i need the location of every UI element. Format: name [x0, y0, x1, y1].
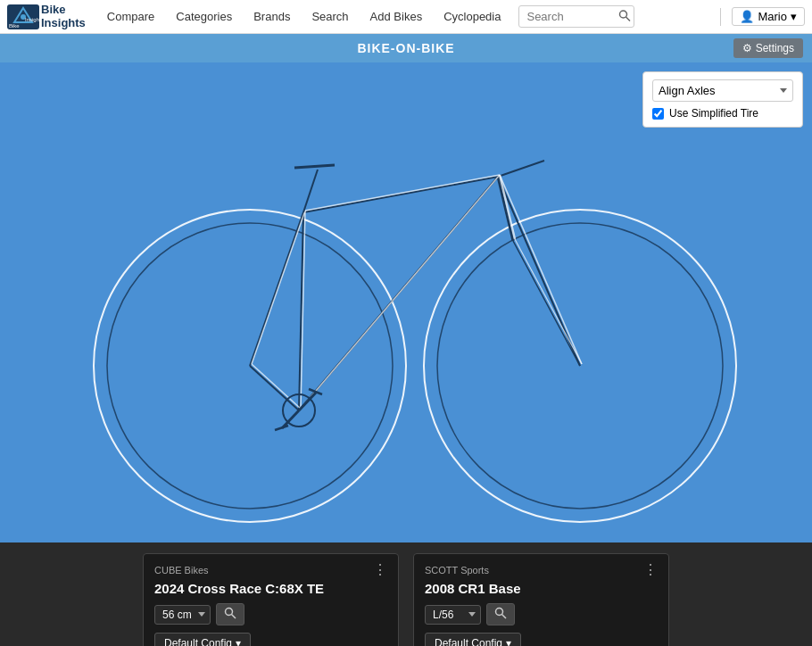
bike-1-brand: CUBE Bikes	[154, 565, 209, 576]
bottom-panel: CUBE Bikes ⋮ 2024 Cross Race C:68X TE 50…	[0, 542, 812, 646]
nav-categories[interactable]: Categories	[165, 0, 243, 34]
search-icon	[224, 607, 236, 619]
svg-point-36	[226, 609, 233, 616]
visualization-area: Align Axles Align Bottom Bracket Align H…	[0, 62, 812, 542]
align-panel: Align Axles Align Bottom Bracket Align H…	[642, 71, 803, 128]
nav-cyclopedia[interactable]: Cyclopedia	[433, 0, 511, 34]
bike-2-search-button[interactable]	[486, 603, 515, 625]
svg-point-38	[496, 609, 503, 616]
nav-brands[interactable]: Brands	[243, 0, 301, 34]
svg-line-39	[502, 615, 507, 619]
search-input[interactable]	[518, 5, 634, 28]
bike-2-title: 2008 CR1 Base	[425, 581, 658, 596]
svg-line-6	[626, 17, 631, 21]
settings-button[interactable]: ⚙ Settings	[733, 38, 803, 58]
bike-1-menu-button[interactable]: ⋮	[373, 563, 387, 577]
bike-1-controls: 50 cm 53 cm 56 cm 58 cm 61 cm	[154, 603, 387, 625]
bike-1-title: 2024 Cross Race C:68X TE	[154, 581, 387, 596]
simplified-tire-label: Use Simplified Tire	[669, 107, 758, 120]
user-chevron-icon: ▾	[791, 10, 797, 23]
svg-line-37	[232, 615, 236, 619]
user-icon: 👤	[740, 10, 754, 23]
bike-1-size-select[interactable]: 50 cm 53 cm 56 cm 58 cm 61 cm	[154, 605, 211, 625]
search-icon	[494, 607, 507, 619]
user-menu-button[interactable]: 👤 Mario ▾	[732, 7, 805, 26]
bike-2-size-wrap: XS/50 S/53 M/54 L/56 XL/58	[425, 605, 481, 625]
navbar: Bike Insights BikeInsights Compare Categ…	[0, 0, 812, 34]
page-title-bar: BIKE-ON-BIKE ⚙ Settings	[0, 34, 812, 62]
bike-card-2-header: SCOTT Sports ⋮	[425, 563, 658, 577]
bike-2-config-wrap: Default Config ▾	[425, 633, 658, 646]
search-form	[518, 5, 634, 28]
bike-2-controls: XS/50 S/53 M/54 L/56 XL/58	[425, 603, 658, 625]
nav-menu: Compare Categories Brands Search Add Bik…	[96, 0, 512, 34]
logo[interactable]: Bike Insights BikeInsights	[7, 4, 86, 29]
nav-compare[interactable]: Compare	[96, 0, 165, 34]
svg-text:Insights: Insights	[25, 17, 39, 22]
bike-1-size-wrap: 50 cm 53 cm 56 cm 58 cm 61 cm	[154, 605, 211, 625]
bike-1-config-button[interactable]: Default Config ▾	[154, 633, 251, 646]
svg-point-5	[620, 11, 627, 18]
nav-divider	[720, 8, 721, 26]
bike-2-size-select[interactable]: XS/50 S/53 M/54 L/56 XL/58	[425, 605, 481, 625]
page-title: BIKE-ON-BIKE	[357, 41, 454, 55]
bike-card-2: SCOTT Sports ⋮ 2008 CR1 Base XS/50 S/53 …	[413, 553, 669, 646]
bike-card-1-header: CUBE Bikes ⋮	[154, 563, 387, 577]
search-icon	[618, 9, 631, 21]
bike-diagram	[0, 62, 812, 542]
bike-1-search-button[interactable]	[216, 603, 244, 625]
align-select-wrap: Align Axles Align Bottom Bracket Align H…	[652, 79, 793, 102]
nav-search[interactable]: Search	[301, 0, 359, 34]
bike-1-config-chevron: ▾	[236, 637, 241, 646]
brand-name: BikeInsights	[41, 4, 86, 29]
simplified-tire-checkbox[interactable]	[652, 108, 664, 120]
bike-2-config-chevron: ▾	[506, 637, 511, 646]
bike-2-brand: SCOTT Sports	[425, 565, 489, 576]
bike-card-1: CUBE Bikes ⋮ 2024 Cross Race C:68X TE 50…	[143, 553, 399, 646]
bike-1-config-label: Default Config	[164, 637, 232, 646]
search-submit-button[interactable]	[618, 9, 631, 24]
navbar-right: 👤 Mario ▾	[717, 7, 805, 26]
bike-1-config-wrap: Default Config ▾	[154, 633, 387, 646]
logo-icon: Bike Insights	[7, 4, 39, 29]
bike-2-config-button[interactable]: Default Config ▾	[425, 633, 521, 646]
svg-text:Bike: Bike	[9, 23, 20, 29]
nav-add-bikes[interactable]: Add Bikes	[360, 0, 434, 34]
simplified-tire-wrap: Use Simplified Tire	[652, 107, 793, 120]
user-name: Mario	[758, 10, 787, 23]
bike-2-menu-button[interactable]: ⋮	[643, 563, 658, 577]
align-select[interactable]: Align Axles Align Bottom Bracket Align H…	[652, 79, 793, 102]
bike-2-config-label: Default Config	[435, 637, 502, 646]
